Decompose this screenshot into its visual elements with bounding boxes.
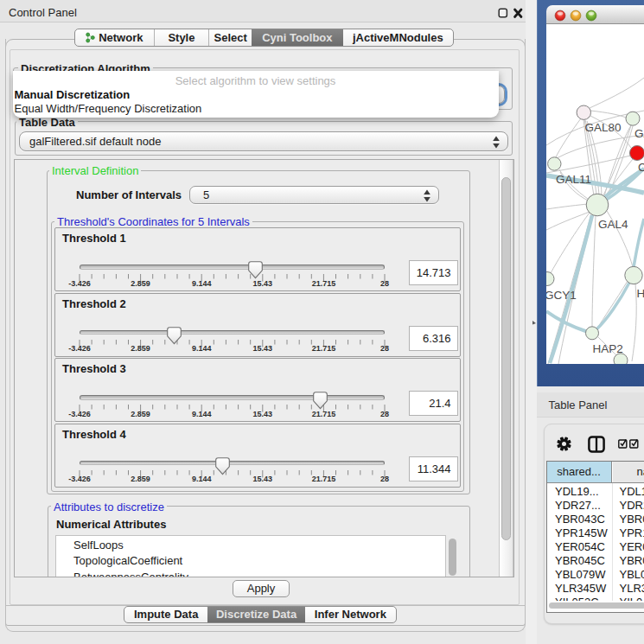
svg-text:GAL11: GAL11 [556, 173, 591, 186]
svg-text:GAL80: GAL80 [585, 120, 622, 133]
svg-text:C: C [638, 161, 644, 174]
svg-text:HAP2: HAP2 [593, 341, 623, 354]
svg-text:GAL4: GAL4 [598, 217, 628, 230]
svg-text:GCY1: GCY1 [546, 288, 577, 301]
svg-text:H: H [637, 287, 644, 300]
svg-text:GA: GA [634, 127, 644, 140]
